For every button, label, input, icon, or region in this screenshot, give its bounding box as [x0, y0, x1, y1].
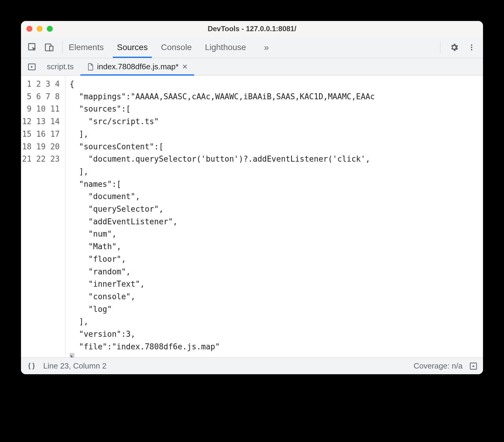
status-bar: Line 23, Column 2 Coverage: n/a	[21, 357, 483, 374]
kebab-menu-icon[interactable]	[464, 40, 479, 55]
drawer-toggle-icon[interactable]	[469, 362, 478, 370]
window-controls	[26, 26, 53, 32]
file-tab-sourcemap[interactable]: index.7808df6e.js.map* ✕	[80, 58, 194, 75]
tab-lighthouse[interactable]: Lighthouse	[205, 37, 246, 58]
line-number-gutter: 1 2 3 4 5 6 7 8 9 10 11 12 13 14 15 16 1…	[21, 76, 65, 357]
more-tabs-icon[interactable]: »	[259, 40, 274, 55]
devtools-window: DevTools - 127.0.0.1:8081/ Elements Sour…	[21, 21, 483, 374]
svg-point-5	[471, 49, 472, 50]
file-tab-script-ts[interactable]: script.ts	[40, 58, 80, 75]
cursor-position: Line 23, Column 2	[43, 361, 106, 371]
navigator-toggle-icon[interactable]	[23, 58, 40, 75]
maximize-window-button[interactable]	[47, 26, 53, 32]
device-toolbar-icon[interactable]	[42, 40, 56, 55]
svg-rect-2	[50, 46, 53, 51]
tab-sources[interactable]: Sources	[117, 37, 148, 58]
tab-elements[interactable]: Elements	[69, 37, 104, 58]
svg-point-4	[471, 46, 472, 48]
separator	[440, 41, 440, 54]
file-icon	[87, 63, 94, 71]
code-editor[interactable]: 1 2 3 4 5 6 7 8 9 10 11 12 13 14 15 16 1…	[21, 76, 483, 357]
coverage-status: Coverage: n/a	[414, 361, 463, 371]
close-window-button[interactable]	[26, 26, 32, 32]
file-tab-label: script.ts	[47, 62, 74, 71]
file-tab-label: index.7808df6e.js.map*	[97, 62, 179, 71]
panel-tabs: Elements Sources Console Lighthouse »	[69, 37, 434, 58]
inspect-element-icon[interactable]	[25, 40, 40, 55]
pretty-print-icon[interactable]	[26, 362, 37, 371]
settings-gear-icon[interactable]	[447, 40, 461, 55]
file-tab-bar: script.ts index.7808df6e.js.map* ✕	[21, 58, 483, 76]
code-content[interactable]: { "mappings":"AAAAA,SAASC,cAAc,WAAWC,iBA…	[65, 76, 483, 357]
tab-console[interactable]: Console	[161, 37, 192, 58]
close-tab-icon[interactable]: ✕	[182, 63, 188, 71]
window-title: DevTools - 127.0.0.1:8081/	[21, 25, 483, 33]
titlebar: DevTools - 127.0.0.1:8081/	[21, 21, 483, 37]
separator	[62, 41, 63, 54]
minimize-window-button[interactable]	[37, 26, 43, 32]
main-toolbar: Elements Sources Console Lighthouse »	[21, 37, 483, 58]
svg-point-3	[471, 44, 472, 46]
